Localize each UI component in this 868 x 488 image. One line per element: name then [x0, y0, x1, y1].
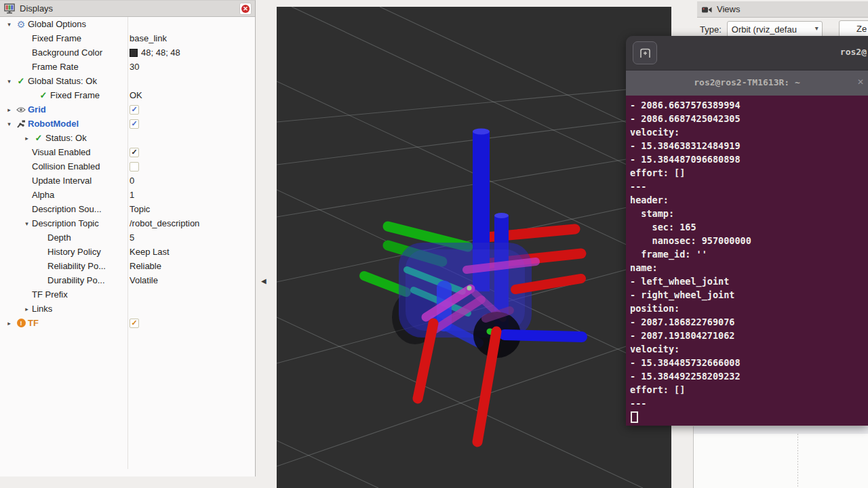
checkbox[interactable]: ✓: [130, 119, 139, 129]
tree-row-value: Reliable: [130, 261, 161, 271]
tree-row-links[interactable]: ▸Links: [0, 302, 255, 316]
panel-title: Views: [717, 4, 740, 14]
expand-arrow-icon[interactable]: ▾: [4, 121, 14, 127]
tree-row-value: OK: [130, 90, 142, 100]
tree-row-alpha[interactable]: Alpha1: [0, 188, 255, 202]
tab-close-icon[interactable]: ✕: [857, 77, 864, 87]
terminal-lines: - 2086.6637576389994- 2086.6687425042305…: [630, 98, 864, 410]
expand-arrow-icon[interactable]: ▸: [22, 306, 32, 312]
3d-scene: [277, 7, 671, 488]
expand-arrow-icon[interactable]: ▾: [4, 78, 14, 85]
tree-row-global-options[interactable]: ▾⚙Global Options: [0, 17, 255, 31]
tree-row-label: Description Sou...: [32, 204, 102, 214]
panel-collapse-arrow[interactable]: ◀: [261, 277, 267, 285]
terminal-window[interactable]: ros2@ ros2@ros2-TM1613R: ~ ✕ - 2086.6637…: [626, 36, 868, 426]
tree-row-value: Topic: [130, 204, 150, 214]
tree-row-fixed-frame[interactable]: Fixed Framebase_link: [0, 31, 255, 45]
rviz-window: { "displays_panel": { "title": "Displays…: [0, 0, 868, 488]
views-saved-list[interactable]: [693, 426, 868, 488]
terminal-line: - 2086.6637576389994: [630, 98, 864, 112]
tree-row-reliability-po[interactable]: Reliability Po...Reliable: [0, 259, 255, 273]
tree-row-visual-enabled[interactable]: Visual Enabled✓: [0, 145, 255, 159]
tree-row-label: Depth: [47, 232, 71, 243]
views-panel-header[interactable]: Views: [697, 1, 868, 18]
tree-row-label: Description Topic: [32, 218, 99, 228]
tree-row-label: Fixed Frame: [32, 33, 81, 43]
terminal-tab-bar[interactable]: ros2@ros2-TM1613R: ~ ✕: [626, 70, 868, 96]
gear-icon: ⚙: [17, 19, 26, 30]
terminal-line: name:: [630, 261, 864, 274]
tree-row-value: 30: [130, 62, 139, 72]
terminal-line: nanosec: 957000000: [630, 234, 864, 247]
tree-row-label: Frame Rate: [32, 62, 79, 72]
tree-row-durability-po[interactable]: Durability Po...Volatile: [0, 273, 255, 287]
warning-icon: !: [17, 319, 26, 327]
tree-row-label: Durability Po...: [47, 275, 105, 285]
terminal-line: effort: []: [630, 166, 864, 180]
tree-row-fixed-frame[interactable]: ✓Fixed FrameOK: [0, 88, 255, 102]
tree-row-robotmodel[interactable]: ▾RobotModel✓: [0, 117, 255, 131]
displays-monitor-icon: [4, 3, 16, 14]
check-ok-icon: ✓: [40, 90, 47, 100]
eye-icon: [16, 106, 26, 113]
tree-row-status-ok[interactable]: ▸✓Status: Ok: [0, 131, 255, 145]
terminal-line: header:: [630, 193, 864, 207]
tree-row-value: /robot_description: [130, 218, 199, 228]
expand-arrow-icon[interactable]: ▸: [22, 135, 32, 142]
view-type-select[interactable]: Orbit (rviz_defau ▾: [727, 21, 823, 38]
terminal-cursor: [631, 411, 638, 423]
expand-arrow-icon[interactable]: ▾: [22, 220, 32, 227]
tree-row-collision-enabled[interactable]: Collision Enabled: [0, 159, 255, 174]
tree-row-depth[interactable]: Depth5: [0, 230, 255, 245]
tree-row-grid[interactable]: ▸Grid✓: [0, 102, 255, 117]
tree-row-global-status-ok[interactable]: ▾✓Global Status: Ok: [0, 74, 255, 88]
checkbox[interactable]: ✓: [130, 105, 139, 115]
terminal-tab-title[interactable]: ros2@ros2-TM1613R: ~: [694, 77, 800, 87]
tree-row-label: Background Color: [32, 47, 102, 58]
color-swatch: [130, 49, 138, 57]
new-tab-button[interactable]: [633, 41, 657, 64]
check-ok-icon: ✓: [35, 133, 43, 143]
zero-button[interactable]: Ze: [839, 20, 868, 37]
tree-row-background-color[interactable]: Background Color48; 48; 48: [0, 45, 255, 60]
terminal-line: ---: [630, 396, 864, 410]
3d-viewport[interactable]: [277, 7, 671, 488]
terminal-line: ---: [630, 180, 864, 193]
terminal-line: sec: 165: [630, 220, 864, 234]
tree-row-value: Volatile: [130, 275, 158, 285]
terminal-line: effort: []: [630, 383, 864, 396]
tree-row-frame-rate[interactable]: Frame Rate30: [0, 60, 255, 74]
displays-tree: ▾⚙Global OptionsFixed Framebase_linkBack…: [0, 17, 255, 469]
chevron-down-icon: ▾: [815, 24, 818, 32]
tree-row-label: Collision Enabled: [32, 161, 100, 171]
tree-row-label: Update Interval: [32, 176, 92, 186]
tree-row-history-policy[interactable]: History PolicyKeep Last: [0, 245, 255, 259]
terminal-line: - 2086.6687425042305: [630, 112, 864, 125]
expand-arrow-icon[interactable]: ▸: [4, 320, 14, 327]
tree-row-value: 48; 48; 48: [141, 47, 180, 58]
checkbox[interactable]: [130, 162, 139, 171]
checkbox[interactable]: ✓: [130, 319, 139, 328]
tree-row-tf[interactable]: ▸!TF✓: [0, 316, 255, 330]
tree-row-label: RobotModel: [28, 119, 79, 129]
expand-arrow-icon[interactable]: ▸: [4, 106, 14, 113]
tree-row-update-interval[interactable]: Update Interval0: [0, 174, 255, 188]
terminal-titlebar[interactable]: ros2@: [626, 36, 868, 70]
tree-row-description-sou[interactable]: Description Sou...Topic: [0, 202, 255, 216]
tree-row-label: Global Status: Ok: [28, 76, 97, 86]
tree-row-tf-prefix[interactable]: TF Prefix: [0, 287, 255, 302]
expand-arrow-icon[interactable]: ▾: [4, 21, 14, 28]
tree-row-label: Reliability Po...: [47, 261, 106, 271]
wheel-axle-blue: [505, 335, 582, 337]
terminal-line: - 2087.186822769076: [630, 315, 864, 329]
tree-row-description-topic[interactable]: ▾Description Topic/robot_description: [0, 216, 255, 230]
tree-row-label: Fixed Frame: [50, 90, 100, 100]
terminal-output[interactable]: - 2086.6637576389994- 2086.6687425042305…: [626, 96, 868, 426]
tree-row-label: History Policy: [47, 247, 101, 257]
tree-row-label: Grid: [28, 104, 46, 115]
close-button[interactable]: ✕: [239, 3, 252, 15]
checkbox[interactable]: ✓: [130, 148, 139, 157]
terminal-line: stamp:: [630, 207, 864, 220]
terminal-line: - left_wheel_joint: [630, 274, 864, 288]
displays-panel-header[interactable]: Displays ✕: [0, 1, 255, 17]
